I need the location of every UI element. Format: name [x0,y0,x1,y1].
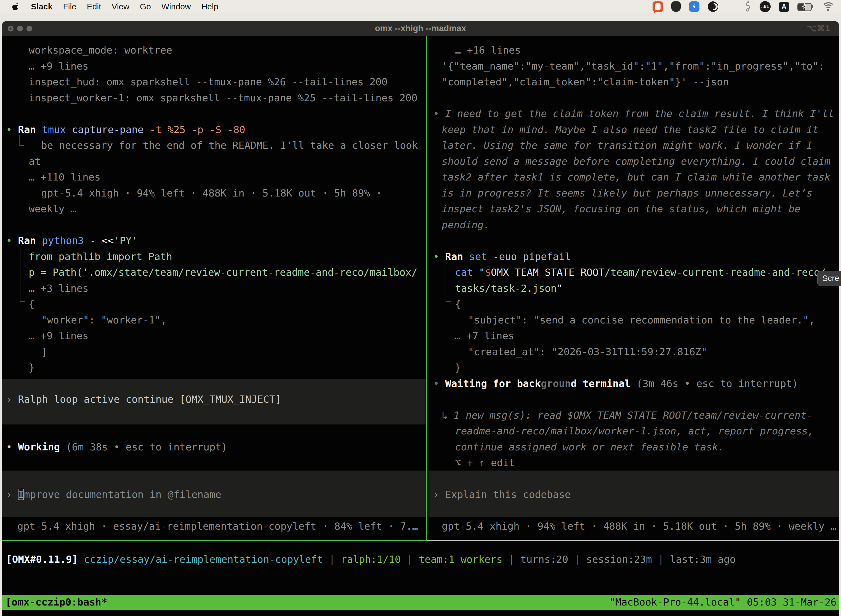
terminal-line: ↳ 1 new msg(s): read $OMX_TEAM_STATE_ROO… [442,407,813,423]
terminal-line: from pathlib import Path [29,249,172,264]
terminal-line: pending. [442,217,489,233]
terminal-line: readme-and-reco/mailbox/worker-1.json, a… [455,423,814,439]
output-connector [445,301,451,302]
squiggle-icon[interactable] [744,1,751,12]
text-segment: Ran [12,235,42,246]
menu-item-go[interactable]: Go [140,2,151,11]
reply-arrow: ↳ [442,409,454,421]
terminal-line: … +7 lines [454,328,514,343]
chat-app-icon[interactable] [652,1,663,12]
left-terminal-pane[interactable]: workspace_mode: worktree… +9 linesinspec… [1,36,426,540]
terminal-line: … +9 lines [29,58,89,74]
text-segment: task2 after task1 is complete, but can I… [442,172,831,183]
battery-icon[interactable] [797,3,813,10]
text-segment: 'PY' [114,235,138,246]
text-segment: Ran [12,124,42,135]
terminal-line: ] [41,344,47,359]
wifi-icon[interactable] [822,2,834,11]
text-segment: gpt-5.4 xhigh · essay/ai-reimplementatio… [18,521,418,532]
text-segment: gpt-5.4 xhigh · 94% left · 488K in · 5.1… [442,521,836,532]
text-segment: pending. [442,219,489,230]
text-segment: … +9 lines [29,330,89,342]
terminal-line: is in progress? It seems likely but perh… [442,185,813,201]
text-segment: from pathlib import Path [29,251,172,262]
close-window-button[interactable] [8,26,13,31]
text-segment: … +9 lines [29,60,89,72]
text-segment: OMX_TEAM_STATE_ROOT [491,267,605,278]
menu-item-help[interactable]: Help [201,2,218,11]
text-segment: -p -S -80 [185,124,245,135]
terminal-line: … +9 lines [29,328,89,343]
text-segment: %25 [162,124,186,135]
right-terminal-pane[interactable]: … +16 lines'{"team_name":"my-team","task… [428,36,840,540]
text-segment: " [557,283,563,294]
text-segment: team:1 workers [419,554,503,565]
terminal-line: "worker": "worker-1", [41,312,167,328]
terminal-line: • Ran set -euo pipefail [433,249,571,264]
dot-grid-icon[interactable] [727,2,736,11]
text-segment: … +7 lines [454,330,514,342]
terminal-line: › Ralph loop active continue [OMX_TMUX_I… [6,392,281,407]
tmux-date: 31-Mar-26 [783,596,837,608]
text-segment: [OMX#0.11.9] [6,554,84,565]
text-segment: should send a message before completing … [442,155,831,167]
window-title-bar[interactable]: omx --xhigh --madmax ⌥⌘1 [1,21,840,36]
status-bullet: • [433,378,439,389]
text-segment: … +16 lines [455,44,521,56]
crescent-circle-icon[interactable] [708,1,718,12]
text-segment: -euo pipefail [487,251,571,262]
terminal-line: • Ran python3 - <<'PY' [6,233,138,248]
run-bullet: • [433,251,439,262]
terminal-window: omx --xhigh --madmax ⌥⌘1 workspace_mode:… [1,21,840,616]
text-segment: | [568,554,586,565]
active-app-menu[interactable]: Slack [31,2,53,11]
output-connector [20,249,21,302]
input-source-icon[interactable]: A [779,1,789,12]
text-segment: inspect_worker-1: omx sparkshell --tmux-… [29,92,418,104]
text-segment: Working [12,441,66,453]
tmux-clock: 05:03 [747,596,777,608]
battery-percent-icon[interactable]: ..61 [760,1,771,12]
terminal-line: should send a message before completing … [442,154,831,169]
omx-hud-status-line: [OMX#0.11.9] cczip/essay/ai-reimplementa… [6,551,736,567]
text-segment: workspace_mode: worktree [29,44,172,56]
battery-percent-label: ..61 [761,4,769,9]
terminal-line: task2 after task1 is complete, but can I… [442,169,831,185]
blue-bolt-icon[interactable] [689,1,699,12]
text-segment: 1 new msg(s): read $OMX_TEAM_STATE_ROOT/… [454,409,812,421]
zoom-window-button[interactable] [26,26,32,31]
menu-item-file[interactable]: File [63,2,76,11]
terminal-line: inspect_hud: omx sparkshell --tmux-pane … [29,74,387,90]
tmux-status-bar: [omx-cczip0:bash* "MacBook-Pro-44.local"… [1,595,840,610]
menu-item-window[interactable]: Window [161,2,191,11]
text-segment: I need to get the claim token from the c… [439,108,834,119]
terminal-line: } [455,359,461,375]
terminal-line: at [29,154,41,169]
text-segment: p = Path('.omx/state/team/review-current… [29,267,418,278]
text-cursor: I [18,489,24,500]
input-source-label: A [782,3,786,10]
text-segment: python3 [42,235,84,246]
text-segment: turns:20 [520,554,568,565]
grid-shield-icon[interactable] [671,1,681,12]
apple-menu-icon[interactable] [12,2,21,11]
pane-divider-vertical[interactable] [426,36,427,541]
text-segment: tmux [42,124,66,135]
terminal-line: keep that in mind. Maybe I also need the… [442,122,818,138]
menu-item-view[interactable]: View [111,2,129,11]
text-segment: groun [541,378,571,389]
terminal-line: weekly … [29,201,76,217]
text-segment: | [503,554,520,565]
menu-item-edit[interactable]: Edit [87,2,101,11]
thinking-bullet: • [433,108,439,119]
text-segment: … +3 lines [29,283,89,294]
output-connector [445,265,446,302]
text-segment: | [323,554,341,565]
text-segment: be necessary for the end of the README. … [41,140,418,151]
text-segment: Ran [439,251,469,262]
tmux-session-label: [omx-cczip0:bash* [1,595,107,610]
minimize-window-button[interactable] [17,26,23,31]
text-segment: (3m 46s • esc to interrupt) [637,378,798,389]
text-segment: continue assigned work or next feasible … [455,441,724,453]
terminal-line: gpt-5.4 xhigh · 94% left · 488K in · 5.1… [442,518,836,534]
